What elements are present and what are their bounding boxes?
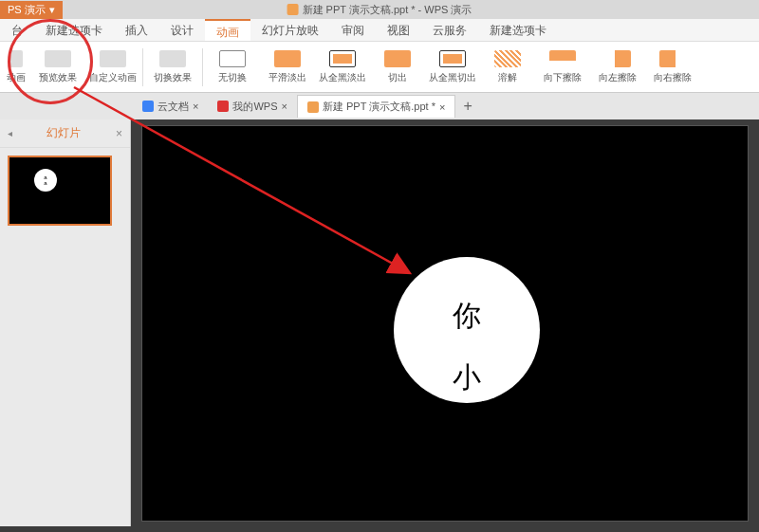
panel-chevron-icon[interactable]: ◂ xyxy=(8,128,12,138)
transition-wipe-right-label: 向右擦除 xyxy=(654,71,692,84)
transition-wipe-down[interactable]: 向下擦除 xyxy=(537,45,588,90)
transition-none-label: 无切换 xyxy=(218,71,247,84)
transition-wipe-left[interactable]: 向左擦除 xyxy=(592,45,643,90)
ribbon: 动画 预览效果 自定义动画 切换效果 无切换 平滑淡出 从全黑淡出 切出 从全黑… xyxy=(0,42,759,93)
menu-item-start[interactable]: 台 xyxy=(0,19,34,41)
transition-dissolve[interactable]: 溶解 xyxy=(482,45,533,90)
transition-none-icon xyxy=(219,50,246,67)
dropdown-icon[interactable]: ▾ xyxy=(49,4,55,16)
app-name-label: PS 演示 xyxy=(8,3,46,17)
transition-dissolve-icon xyxy=(494,50,521,67)
transition-wipe-right-icon xyxy=(659,50,686,67)
doc-tab-cloud[interactable]: 云文档 × xyxy=(133,96,208,118)
transition-wipe-right[interactable]: 向右擦除 xyxy=(647,45,698,90)
transition-dissolve-label: 溶解 xyxy=(498,71,517,84)
thumb-t2: a xyxy=(44,180,46,186)
menu-item-insert[interactable]: 插入 xyxy=(114,19,159,41)
menu-bar: 台 新建选项卡 插入 设计 动画 幻灯片放映 审阅 视图 云服务 新建选项卡 xyxy=(0,19,759,42)
transition-wipe-down-label: 向下擦除 xyxy=(544,71,582,84)
doc-tab-current-label: 新建 PPT 演示文稿.ppt * xyxy=(323,100,435,114)
ribbon-separator xyxy=(142,48,143,86)
cloud-icon xyxy=(142,101,154,112)
transition-cut[interactable]: 切出 xyxy=(372,45,423,90)
window-title: 新建 PPT 演示文稿.ppt * - WPS 演示 xyxy=(287,3,472,17)
panel-close-icon[interactable]: × xyxy=(116,127,122,140)
ribbon-preview-label: 预览效果 xyxy=(39,71,77,84)
ribbon-partial[interactable]: 动画 xyxy=(4,45,28,90)
transition-wipe-left-label: 向左擦除 xyxy=(599,71,637,84)
slide-text-2: 小 xyxy=(453,358,481,397)
menu-item-animation[interactable]: 动画 xyxy=(205,19,250,41)
transition-none[interactable]: 无切换 xyxy=(207,45,258,90)
transition-wipe-left-icon xyxy=(604,50,631,67)
work-area: ◂ 幻灯片 × a a 你 小 xyxy=(0,119,759,532)
doc-tab-bar: 云文档 × 我的WPS × 新建 PPT 演示文稿.ppt * × + xyxy=(0,93,759,119)
preview-icon xyxy=(45,50,71,67)
transition-fade-label: 平滑淡出 xyxy=(268,71,306,84)
custom-anim-icon xyxy=(100,50,126,67)
transition-fade-black[interactable]: 从全黑淡出 xyxy=(317,45,368,90)
ribbon-partial-label: 动画 xyxy=(7,71,26,84)
window-title-label: 新建 PPT 演示文稿.ppt * - WPS 演示 xyxy=(303,3,472,17)
menu-item-cloud[interactable]: 云服务 xyxy=(421,19,478,41)
doc-tab-close[interactable]: × xyxy=(439,101,445,113)
transition-fade-black-icon xyxy=(329,50,356,67)
doc-tab-close[interactable]: × xyxy=(282,101,287,112)
ribbon-custom-anim-button[interactable]: 自定义动画 xyxy=(87,45,139,90)
slide-thumbnail[interactable]: a a xyxy=(8,156,112,226)
presentation-icon xyxy=(287,4,299,15)
ppt-icon xyxy=(307,101,319,113)
ribbon-preview-button[interactable]: 预览效果 xyxy=(32,45,83,90)
menu-item-design[interactable]: 设计 xyxy=(159,19,205,41)
thumbnails: a a xyxy=(0,148,130,233)
app-name: PS 演示 ▾ xyxy=(0,1,63,19)
wps-icon xyxy=(217,101,229,112)
doc-tab-current[interactable]: 新建 PPT 演示文稿.ppt * × xyxy=(297,95,455,118)
transition-fade[interactable]: 平滑淡出 xyxy=(262,45,313,90)
doc-tab-mywps[interactable]: 我的WPS × xyxy=(208,96,297,118)
slide-text-1: 你 xyxy=(453,297,481,336)
doc-tab-add[interactable]: + xyxy=(455,98,479,115)
menu-item-slideshow[interactable]: 幻灯片放映 xyxy=(250,19,330,41)
menu-item-review[interactable]: 审阅 xyxy=(330,19,376,41)
ribbon-separator xyxy=(202,48,203,86)
ribbon-transition-label: 切换效果 xyxy=(154,71,192,84)
transition-cut-black[interactable]: 从全黑切出 xyxy=(427,45,478,90)
doc-tab-close[interactable]: × xyxy=(193,101,198,112)
doc-tab-cloud-label: 云文档 xyxy=(157,100,189,114)
slide-panel: ◂ 幻灯片 × a a xyxy=(0,119,131,532)
footer-bar xyxy=(0,526,759,532)
menu-item-view[interactable]: 视图 xyxy=(376,19,421,41)
transition-wipe-down-icon xyxy=(549,50,576,67)
partial-icon xyxy=(9,50,23,67)
title-bar: PS 演示 ▾ 新建 PPT 演示文稿.ppt * - WPS 演示 xyxy=(0,0,759,19)
transition-cut-black-label: 从全黑切出 xyxy=(429,71,476,84)
slide[interactable]: 你 小 xyxy=(141,125,749,522)
menu-item-newtab1[interactable]: 新建选项卡 xyxy=(34,19,114,41)
transition-cut-icon xyxy=(384,50,411,67)
transition-fade-icon xyxy=(274,50,301,67)
ribbon-custom-anim-label: 自定义动画 xyxy=(89,71,137,84)
thumb-circle: a a xyxy=(34,169,57,192)
canvas: 你 小 xyxy=(131,119,759,532)
slide-panel-header: ◂ 幻灯片 × xyxy=(0,119,130,148)
slide-panel-title: 幻灯片 xyxy=(46,125,81,141)
doc-tab-mywps-label: 我的WPS xyxy=(232,100,277,114)
transition-fade-black-label: 从全黑淡出 xyxy=(319,71,366,84)
transition-icon xyxy=(159,50,186,67)
slide-circle-shape[interactable]: 你 小 xyxy=(394,257,540,403)
menu-item-newtab2[interactable]: 新建选项卡 xyxy=(478,19,558,41)
transition-cut-label: 切出 xyxy=(388,71,407,84)
transition-cut-black-icon xyxy=(439,50,466,67)
ribbon-transition-button[interactable]: 切换效果 xyxy=(147,45,198,90)
